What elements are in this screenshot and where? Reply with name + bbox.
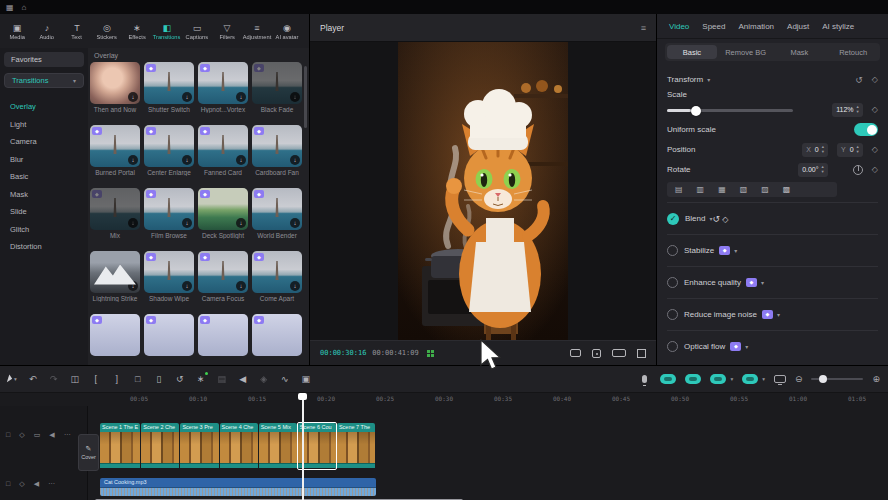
transition-card[interactable]: ◆↓Film Browse <box>144 188 194 239</box>
transition-card[interactable]: ◆ <box>144 314 194 356</box>
select-tool[interactable]: ▾ <box>8 375 17 383</box>
optical-flow-section[interactable]: Optical flow ◆ ▾ <box>667 336 878 357</box>
clip-scene-1[interactable]: Scene 1 The E <box>100 423 140 469</box>
clip-scene-3[interactable]: Scene 3 Pre <box>180 423 218 469</box>
transition-card[interactable]: ◆↓Deck Spotlight <box>198 188 248 239</box>
beat-marker-button[interactable]: ∿ <box>280 374 290 384</box>
player-menu-icon[interactable]: ≡ <box>641 23 646 33</box>
tab-captions[interactable]: ▭Captions <box>182 23 212 40</box>
zoom-out-button[interactable]: ⊖ <box>795 375 803 384</box>
layers-button[interactable]: ▤ <box>217 374 227 384</box>
checkbox-icon[interactable] <box>667 277 678 288</box>
transition-card[interactable]: ↓Then and Now <box>90 62 140 113</box>
align-center-h-icon[interactable]: ▥ <box>697 185 705 194</box>
tab-ai-stylize[interactable]: AI stylize <box>822 22 854 31</box>
undo-button[interactable]: ↶ <box>28 374 38 384</box>
transition-card[interactable]: ◆↓Hypnot...Vortex <box>198 62 248 113</box>
nav-item-light[interactable]: Light <box>0 116 88 134</box>
align-top-icon[interactable]: ▧ <box>740 185 748 194</box>
clip-scene-4[interactable]: Scene 4 Che <box>220 423 258 469</box>
subtab-mask[interactable]: Mask <box>775 45 825 59</box>
mirror-preview-icon[interactable] <box>774 375 786 383</box>
nav-item-glitch[interactable]: Glitch <box>0 221 88 239</box>
link-clips-toggle[interactable] <box>660 374 676 384</box>
clip-scene-6-selected[interactable]: Scene 6 Cou <box>298 423 336 469</box>
tab-filters[interactable]: ▽Filters <box>212 23 242 40</box>
transition-card[interactable]: ◆ <box>252 314 302 356</box>
stepper-icon[interactable]: ▴▾ <box>857 145 859 154</box>
stabilize-section[interactable]: Stabilize ◆ ▾ <box>667 240 878 261</box>
stepper-icon[interactable]: ▴▾ <box>822 165 824 174</box>
redo-button[interactable]: ↷ <box>49 374 59 384</box>
checkbox-checked-icon[interactable]: ✓ <box>667 213 679 225</box>
nav-item-slide[interactable]: Slide <box>0 203 88 221</box>
audio-track-hide-icon[interactable]: □ <box>6 480 10 488</box>
audio-track-more-icon[interactable]: ⋯ <box>48 480 55 488</box>
transition-card[interactable]: ◆ <box>90 314 140 356</box>
delete-button[interactable]: ▯ <box>154 374 164 384</box>
fit-icon[interactable] <box>592 349 601 358</box>
reduce-noise-section[interactable]: Reduce image noise ◆ ▾ <box>667 304 878 325</box>
transition-card[interactable]: ◆↓Come Apart <box>252 251 302 302</box>
transition-card[interactable]: ◆↓Mix <box>90 188 140 239</box>
position-x-field[interactable]: X0▴▾ <box>802 143 828 157</box>
transition-card[interactable]: ◆↓World Bender <box>252 188 302 239</box>
transition-card[interactable]: ◆↓Burned Portal <box>90 125 140 176</box>
blend-section[interactable]: ✓ Blend▾ ↺ ◇ <box>667 208 878 229</box>
speaker-button[interactable]: ◀ <box>238 374 248 384</box>
clip-scene-5[interactable]: Scene 5 Mix <box>259 423 297 469</box>
align-right-icon[interactable]: ▦ <box>718 185 726 194</box>
tab-animation[interactable]: Animation <box>738 22 774 31</box>
stepper-icon[interactable]: ▴▾ <box>857 105 859 114</box>
grid-scrollbar[interactable] <box>304 66 307 128</box>
video-preview[interactable] <box>398 42 568 340</box>
subtab-basic[interactable]: Basic <box>667 45 717 59</box>
scale-slider[interactable] <box>667 109 793 112</box>
keyframe-icon[interactable]: ◇ <box>872 145 878 154</box>
tab-stickers[interactable]: ◎Stickers <box>92 23 122 40</box>
tab-video[interactable]: Video <box>669 22 689 31</box>
tab-text[interactable]: TText <box>62 23 92 40</box>
home-icon[interactable]: ⌂ <box>22 3 27 12</box>
align-middle-icon[interactable]: ▨ <box>761 185 769 194</box>
transition-card[interactable]: ◆↓Center Enlarge <box>144 125 194 176</box>
transition-card[interactable]: ◆↓Shadow Wipe <box>144 251 194 302</box>
tab-effects[interactable]: ∗Effects <box>122 23 152 40</box>
tab-transitions[interactable]: ◧Transitions <box>152 23 182 40</box>
tab-adjust[interactable]: Adjust <box>787 22 809 31</box>
video-track-lock-icon[interactable]: ◇ <box>19 431 24 439</box>
nav-item-blur[interactable]: Blur <box>0 151 88 169</box>
quality-icon[interactable] <box>612 349 626 357</box>
nav-item-mask[interactable]: Mask <box>0 186 88 204</box>
slider-handle[interactable] <box>691 106 701 116</box>
transition-card[interactable]: ◆↓Black Fade <box>252 62 302 113</box>
rotate-dial-icon[interactable] <box>853 165 863 175</box>
position-y-field[interactable]: Y0▴▾ <box>837 143 863 157</box>
fullscreen-icon[interactable] <box>637 349 646 358</box>
tab-ai-avatar[interactable]: ◉AI avatar <box>272 23 302 40</box>
align-bottom-icon[interactable]: ▩ <box>783 185 791 194</box>
smart-edit-button[interactable]: ∗ <box>196 374 206 384</box>
video-track-mute-icon[interactable]: ◀ <box>49 431 54 439</box>
audio-clip[interactable]: Cat Cooking.mp3 <box>100 478 376 496</box>
reset-icon[interactable]: ↺ <box>855 75 863 85</box>
checkbox-icon[interactable] <box>667 309 678 320</box>
preview-axis-toggle[interactable] <box>742 374 758 384</box>
nav-item-distortion[interactable]: Distortion <box>0 238 88 256</box>
ratio-icon[interactable] <box>570 349 581 357</box>
cover-button[interactable]: ✎ Cover <box>78 434 99 471</box>
checkbox-icon[interactable] <box>667 245 678 256</box>
keyframe-icon[interactable]: ◇ <box>872 75 878 84</box>
transform-header[interactable]: Transform▾ ↺ ◇ <box>667 71 878 88</box>
uniform-scale-toggle[interactable] <box>854 123 878 136</box>
video-track-hide-icon[interactable]: □ <box>6 431 10 439</box>
tab-audio[interactable]: ♪Audio <box>32 23 62 40</box>
tab-media[interactable]: ▣Media <box>2 23 32 40</box>
magnetic-snap-toggle[interactable] <box>685 374 701 384</box>
trim-left-button[interactable]: [ <box>91 374 101 384</box>
nav-item-overlay[interactable]: Overlay <box>0 98 88 116</box>
chevron-down-icon[interactable]: ▾ <box>730 376 733 382</box>
tab-adjustment[interactable]: ≡Adjustment <box>242 23 272 40</box>
tab-speed[interactable]: Speed <box>702 22 725 31</box>
keyframe-icon[interactable]: ◇ <box>722 215 728 224</box>
